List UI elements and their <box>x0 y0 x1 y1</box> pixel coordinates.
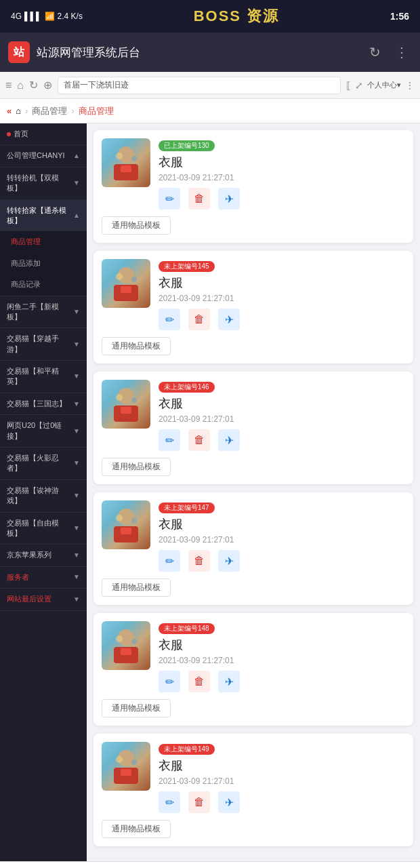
url-bar[interactable]: 首届一下浇筑旧迹 <box>58 77 341 94</box>
product-badge: 未上架编号146 <box>159 382 215 393</box>
arrow-icon14: ▼ <box>73 595 80 604</box>
template-button[interactable]: 通用物品模板 <box>102 699 171 717</box>
menu-button[interactable]: ≡ <box>199 865 232 869</box>
sidebar-jiaoyimao2-label: 交易猫【和平精英】 <box>7 366 73 387</box>
breadcrumb-level1[interactable]: 商品管理 <box>32 105 67 117</box>
delete-button[interactable]: 🗑 <box>188 309 210 330</box>
product-badge: 未上架编号149 <box>159 744 215 755</box>
template-button[interactable]: 通用物品模板 <box>102 216 171 235</box>
product-date: 2021-03-09 21:27:01 <box>159 776 405 786</box>
sidebar-section-house: 转转拾家【通杀模板】 ▲ 商品管理 商品添加 商品记录 <box>0 200 87 296</box>
product-name: 衣服 <box>159 154 405 170</box>
product-name: 衣服 <box>159 516 405 532</box>
product-card: 未上架编号148 衣服 2021-03-09 21:27:01 ✏ 🗑 ✈ 通用… <box>93 613 413 726</box>
sidebar-item-jiaoyimao6[interactable]: 交易猫【自由模板】 ▼ <box>0 513 87 545</box>
tab-more-icon[interactable]: ⋮ <box>405 80 415 91</box>
breadcrumb-level2: 商品管理 <box>79 105 114 117</box>
sidebar-item-jingdong[interactable]: 京东苹果系列 ▼ <box>0 545 87 566</box>
delete-button[interactable]: 🗑 <box>188 791 210 813</box>
sidebar-item-service[interactable]: 服务者 ▼ <box>0 567 87 588</box>
expand-icon[interactable]: ⤢ <box>355 80 363 91</box>
sidebar-jiaoyimao5-label: 交易猫【诶神游戏】 <box>7 486 73 507</box>
delete-button[interactable]: 🗑 <box>188 671 210 692</box>
product-badge: 未上架编号147 <box>159 502 215 513</box>
sidebar-item-phone[interactable]: 转转拾机【双模板】 ▼ <box>0 167 87 199</box>
sidebar-item-home[interactable]: 首页 <box>0 123 87 144</box>
edit-button[interactable]: ✏ <box>159 791 180 813</box>
sidebar-item-goods-record[interactable]: 商品记录 <box>0 274 87 295</box>
sidebar-item-jiaoyimao1[interactable]: 交易猫【穿越手游】 ▼ <box>0 328 87 360</box>
sidebar-item-settings[interactable]: 网站最后设置 ▼ <box>0 589 87 610</box>
send-button[interactable]: ✈ <box>218 429 240 451</box>
sidebar-item-chanyi[interactable]: 公司管理CHANYI ▲ <box>0 145 87 166</box>
product-top: 未上架编号148 衣服 2021-03-09 21:27:01 ✏ 🗑 ✈ <box>102 621 405 692</box>
sidebar-item-house[interactable]: 转转拾家【通杀模板】 ▲ <box>0 200 87 232</box>
tab-menu-icon[interactable]: ≡ <box>5 79 12 92</box>
template-button[interactable]: 通用物品模板 <box>102 578 171 597</box>
arrow-icon12: ▼ <box>73 551 80 560</box>
breadcrumb-back-icon[interactable]: « <box>7 106 12 116</box>
product-info: 未上架编号146 衣服 2021-03-09 21:27:01 ✏ 🗑 ✈ <box>159 380 405 451</box>
send-button[interactable]: ✈ <box>218 671 240 692</box>
product-card: 已上架编号130 衣服 2021-03-09 21:27:01 ✏ 🗑 ✈ 通用… <box>93 130 413 243</box>
delete-button[interactable]: 🗑 <box>188 429 210 451</box>
sidebar-item-webpage[interactable]: 网页U20【过0链接】 ▼ <box>0 415 87 447</box>
sidebar-xianyu-label: 闲鱼二手【新模板】 <box>7 302 73 323</box>
edit-button[interactable]: ✏ <box>159 188 180 210</box>
svg-point-12 <box>116 394 123 401</box>
user-menu[interactable]: 个人中心▾ <box>367 80 401 90</box>
svg-rect-8 <box>121 286 131 293</box>
back-button[interactable]: ‹ <box>38 865 70 869</box>
product-name: 衣服 <box>159 637 405 653</box>
edit-button[interactable]: ✏ <box>159 671 180 692</box>
breadcrumb-home-icon[interactable]: ⌂ <box>16 106 21 116</box>
sidebar-item-jiaoyimao4[interactable]: 交易猫【火影忍者】 ▼ <box>0 448 87 479</box>
forward-button[interactable]: › <box>119 865 151 869</box>
delete-button[interactable]: 🗑 <box>188 188 210 210</box>
sidebar-item-jiaoyimao2[interactable]: 交易猫【和平精英】 ▼ <box>0 361 87 393</box>
sidebar-item-goods-add[interactable]: 商品添加 <box>0 253 87 274</box>
product-actions: ✏ 🗑 ✈ <box>159 188 405 210</box>
home-button[interactable]: ⌂ <box>350 865 382 869</box>
share-icon[interactable]: ⟦ <box>346 80 351 91</box>
arrow-icon8: ▼ <box>73 427 80 436</box>
template-button[interactable]: 通用物品模板 <box>102 337 171 355</box>
sidebar-item-jiaoyimao3[interactable]: 交易猫【三国志】 ▼ <box>0 393 87 414</box>
product-image-inner <box>102 259 150 308</box>
tab-refresh-icon[interactable]: ↻ <box>29 79 38 92</box>
delete-button[interactable]: 🗑 <box>188 550 210 572</box>
tab-home-icon[interactable]: ⌂ <box>17 79 24 92</box>
time-display: 1:56 <box>390 11 409 22</box>
tab-tag-icon[interactable]: ⊕ <box>43 79 52 92</box>
product-image <box>102 380 150 429</box>
template-button[interactable]: 通用物品模板 <box>102 458 171 476</box>
send-button[interactable]: ✈ <box>218 309 240 330</box>
sidebar-item-goods-manage[interactable]: 商品管理 <box>0 231 87 252</box>
svg-point-14 <box>131 397 137 403</box>
edit-button[interactable]: ✏ <box>159 550 180 572</box>
svg-point-4 <box>131 156 137 161</box>
sidebar-item-xianyu[interactable]: 闲鱼二手【新模板】 ▼ <box>0 296 87 328</box>
sidebar-section-webpage: 网页U20【过0链接】 ▼ <box>0 415 87 448</box>
send-button[interactable]: ✈ <box>218 188 240 210</box>
svg-point-17 <box>116 515 123 521</box>
send-button[interactable]: ✈ <box>218 791 240 813</box>
product-image <box>102 138 150 187</box>
template-button[interactable]: 通用物品模板 <box>102 820 171 838</box>
sidebar-item-jiaoyimao5[interactable]: 交易猫【诶神游戏】 ▼ <box>0 480 87 512</box>
signal-icon: 4G <box>11 12 22 21</box>
send-button[interactable]: ✈ <box>218 550 240 572</box>
svg-point-9 <box>131 277 137 282</box>
goods-add-label: 商品添加 <box>11 258 80 269</box>
product-image-inner <box>102 500 150 549</box>
refresh-button[interactable]: ↻ <box>364 42 385 62</box>
product-image-inner <box>102 380 150 429</box>
svg-rect-23 <box>121 648 131 655</box>
browser-menu-button[interactable]: ⋮ <box>392 42 412 62</box>
edit-button[interactable]: ✏ <box>159 309 180 330</box>
arrow-icon4: ▼ <box>73 307 80 317</box>
sidebar-service-label: 服务者 <box>7 572 73 583</box>
edit-button[interactable]: ✏ <box>159 429 180 451</box>
main-layout: 首页 公司管理CHANYI ▲ 转转拾机【双模板】 ▼ 转转拾家【通杀模板】 ▲… <box>0 123 420 861</box>
product-date: 2021-03-09 21:27:01 <box>159 414 405 424</box>
